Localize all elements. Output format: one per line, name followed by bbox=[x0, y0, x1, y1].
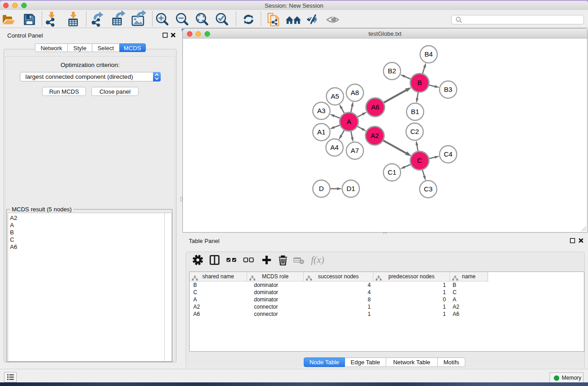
svg-text:B1: B1 bbox=[411, 108, 419, 115]
svg-text:B: B bbox=[417, 79, 422, 86]
svg-text:D: D bbox=[319, 185, 324, 192]
svg-text:C: C bbox=[417, 157, 422, 164]
svg-text:D1: D1 bbox=[346, 185, 355, 192]
svg-text:A4: A4 bbox=[330, 143, 339, 151]
svg-text:B4: B4 bbox=[425, 50, 433, 58]
svg-text:A6: A6 bbox=[371, 103, 379, 111]
svg-text:C4: C4 bbox=[444, 150, 452, 158]
svg-text:C3: C3 bbox=[424, 185, 432, 193]
svg-text:A2: A2 bbox=[371, 132, 379, 139]
svg-text:B3: B3 bbox=[444, 86, 452, 93]
svg-text:A1: A1 bbox=[317, 128, 325, 136]
svg-text:A: A bbox=[347, 118, 351, 125]
svg-text:A8: A8 bbox=[351, 89, 359, 96]
svg-text:A5: A5 bbox=[331, 92, 339, 100]
svg-text:A3: A3 bbox=[317, 107, 325, 114]
svg-text:A7: A7 bbox=[351, 147, 359, 154]
svg-text:C2: C2 bbox=[410, 128, 419, 135]
svg-text:B2: B2 bbox=[388, 67, 396, 75]
svg-text:C1: C1 bbox=[387, 168, 396, 176]
